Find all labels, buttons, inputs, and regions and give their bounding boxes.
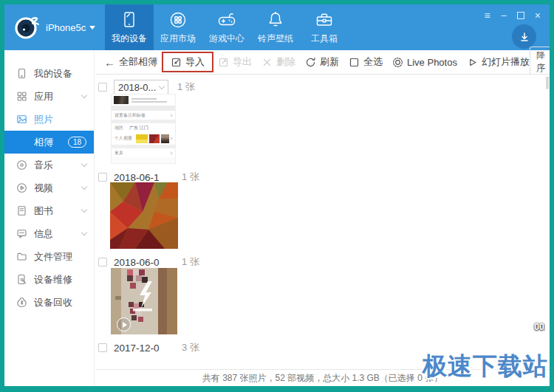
photo-icon [16, 114, 27, 125]
sidebar-item-messages[interactable]: 信息 [4, 222, 94, 245]
refresh-icon [305, 57, 316, 68]
sidebar-item-albums[interactable]: 相簿 18 [4, 131, 94, 154]
scrollbar-thumb[interactable] [546, 77, 549, 89]
album-title: 2018-06-0 [114, 257, 173, 268]
tab-label: 我的设备 [112, 32, 147, 45]
export-button[interactable]: 导出 [218, 55, 252, 69]
tab-label: 游戏中心 [209, 32, 244, 45]
itools-logo [13, 14, 40, 41]
album-header: 2017-12-0 3 张 [98, 340, 199, 356]
album-checkbox[interactable] [98, 258, 107, 267]
sidebar-item-music[interactable]: 音乐 [4, 154, 94, 176]
chevron-down-icon [81, 230, 87, 235]
album-checkbox[interactable] [98, 83, 107, 92]
maximize-icon[interactable] [517, 12, 524, 19]
repair-icon [16, 274, 27, 285]
sidebar-item-label: 音乐 [34, 159, 53, 172]
tab-game-center[interactable]: 游戏中心 [202, 4, 251, 50]
tab-my-device[interactable]: 我的设备 [105, 4, 154, 50]
status-summary: 共有 387 张照片，52 部视频，总大小 1.3 GB（已选择 0 张） [202, 372, 442, 385]
import-button[interactable]: 导入 [171, 55, 205, 69]
sidebar-item-label: 视频 [34, 182, 53, 195]
minimize-icon[interactable]: − [501, 10, 507, 21]
sidebar-item-photos[interactable]: 照片 [4, 108, 94, 131]
album-count-badge: 18 [68, 137, 86, 148]
select-all-button[interactable]: 全选 [349, 55, 383, 69]
toolbar: ← 全部相簿 导入 导出 删除 刷新 [95, 50, 550, 75]
photo-thumbnail-settings-screenshot[interactable]: 设置备注和标签 地区 广东 江门 个人相册 更多 [111, 94, 176, 164]
delete-x-icon [261, 57, 273, 68]
mini-row-label: 地区 [114, 125, 123, 131]
music-icon [16, 159, 27, 171]
back-arrow-icon: ← [104, 56, 115, 69]
sidebar-item-video[interactable]: 视频 [4, 176, 94, 199]
sidebar-item-apps[interactable]: 应用 [4, 85, 94, 108]
sidebar-item-device-repair[interactable]: 设备维修 [4, 268, 94, 291]
tab-label: 铃声壁纸 [258, 32, 293, 45]
chevron-down-icon [81, 92, 87, 98]
sidebar-item-label: 相簿 [34, 136, 53, 149]
album-list: 2018-0... 1 张 设置备注和标签 地区 广东 江门 个人相册 [95, 75, 545, 369]
photo-thumbnail-polygon-art[interactable] [110, 182, 178, 251]
import-icon [171, 57, 182, 68]
chevron-down-icon [81, 161, 87, 167]
close-icon[interactable]: × [535, 10, 541, 21]
download-button[interactable] [512, 24, 536, 49]
back-label: 全部相簿 [119, 55, 157, 69]
album-checkbox[interactable] [98, 173, 107, 182]
sidebar-item-device-recycle[interactable]: 设备回收 [4, 291, 94, 314]
mini-album-thumbs [136, 134, 169, 143]
tab-toolbox[interactable]: 工具箱 [300, 4, 349, 50]
sidebar: 我的设备 应用 照片 相簿 18 音乐 视频 [4, 50, 95, 386]
video-icon [16, 182, 27, 193]
gamepad-icon [217, 10, 236, 30]
mini-row-label: 更多 [114, 150, 123, 157]
album-title: 2018-0... [118, 82, 156, 93]
album-title-dropdown[interactable]: 2018-0... [114, 80, 168, 95]
message-icon [16, 228, 27, 239]
back-to-albums-button[interactable]: ← 全部相簿 [104, 55, 157, 69]
mini-screenshot: 设置备注和标签 地区 广东 江门 个人相册 更多 [111, 94, 176, 164]
polygon-art-image [110, 182, 178, 249]
album-checkbox[interactable] [98, 343, 107, 352]
window-controls: ≡ − × [484, 10, 541, 21]
play-outline-icon [467, 57, 478, 68]
app-frame: iPhone5c 我的设备 应用市场 [0, 0, 554, 392]
sidebar-item-label: 信息 [34, 227, 53, 241]
sidebar-item-file-manager[interactable]: 文件管理 [4, 245, 94, 268]
folder-icon [16, 251, 27, 262]
money-bag-icon [16, 297, 27, 308]
sort-order-dropdown[interactable]: 降序 [530, 47, 550, 78]
apps-icon [16, 91, 27, 102]
video-duration: 00:06 [534, 322, 545, 332]
slideshow-button[interactable]: 幻灯片播放 [467, 55, 530, 69]
delete-button[interactable]: 删除 [261, 55, 295, 69]
toolbox-icon [315, 10, 334, 30]
chevron-down-icon [81, 207, 87, 213]
album-count: 1 张 [182, 171, 199, 184]
device-icon [120, 10, 139, 30]
refresh-button[interactable]: 刷新 [305, 55, 339, 69]
mini-row-value: 广东 江门 [129, 125, 148, 131]
tab-ringtone-wallpaper[interactable]: 铃声壁纸 [251, 4, 300, 50]
slideshow-label: 幻灯片播放 [482, 55, 530, 69]
sidebar-item-my-device[interactable]: 我的设备 [4, 62, 94, 85]
album-count: 1 张 [182, 255, 199, 269]
refresh-label: 刷新 [320, 55, 339, 69]
tab-app-market[interactable]: 应用市场 [154, 4, 202, 50]
menu-icon[interactable]: ≡ [484, 10, 490, 21]
sidebar-item-books[interactable]: 图书 [4, 199, 94, 222]
export-label: 导出 [233, 55, 252, 69]
tab-label: 应用市场 [160, 32, 196, 45]
live-photos-button[interactable]: Live Photos [392, 57, 457, 68]
app-market-icon [168, 10, 188, 30]
delete-label: 删除 [276, 55, 295, 69]
video-thumbnail[interactable]: 00:06 [111, 268, 545, 337]
download-icon [519, 31, 530, 43]
bell-icon [266, 10, 285, 30]
device-dropdown-icon [89, 26, 95, 30]
device-selector[interactable]: iPhone5c [13, 14, 95, 41]
checkbox-icon [349, 57, 360, 68]
import-label: 导入 [185, 55, 205, 69]
sidebar-item-label: 照片 [34, 113, 53, 126]
